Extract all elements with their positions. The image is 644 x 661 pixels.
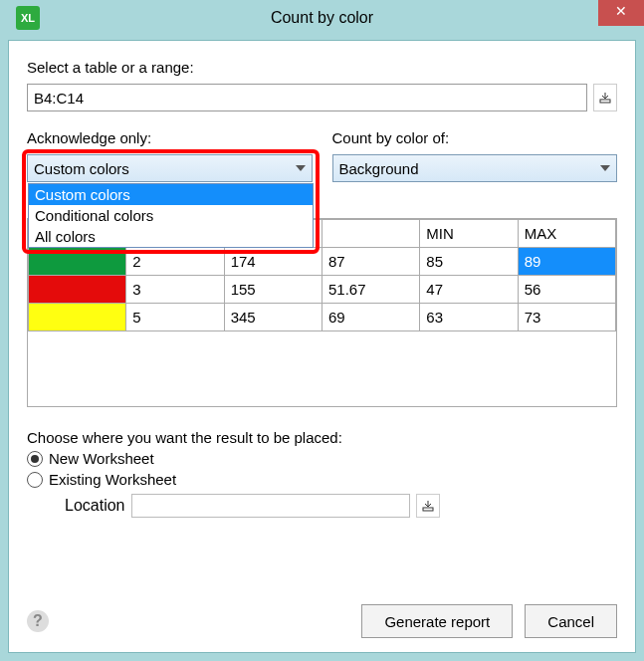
acknowledge-selected: Custom colors xyxy=(34,160,129,177)
collapse-icon xyxy=(599,92,611,104)
table-cell[interactable]: 51.67 xyxy=(322,276,419,304)
table-cell[interactable]: 63 xyxy=(420,304,518,331)
window-title: Count by color xyxy=(271,9,373,26)
radio-new-worksheet-label: New Worksheet xyxy=(49,450,154,467)
location-input[interactable] xyxy=(131,494,410,518)
range-input[interactable] xyxy=(27,84,587,111)
chevron-down-icon xyxy=(296,165,306,171)
acknowledge-dropdown-list[interactable]: Custom colorsConditional colorsAll color… xyxy=(28,183,314,248)
table-cell[interactable]: 5 xyxy=(126,304,224,331)
colorof-dropdown[interactable]: Background xyxy=(332,154,618,182)
acknowledge-label: Acknowledge only: xyxy=(27,129,313,146)
table-cell[interactable]: 174 xyxy=(224,248,322,276)
radio-existing-worksheet-label: Existing Worksheet xyxy=(49,471,176,488)
table-cell[interactable]: 85 xyxy=(420,248,518,276)
titlebar: XL Count by color ✕ xyxy=(0,0,644,36)
table-cell[interactable]: 56 xyxy=(518,276,615,304)
table-cell[interactable]: 89 xyxy=(518,248,615,276)
dialog-window: XL Count by color ✕ Select a table or a … xyxy=(0,0,644,661)
table-cell[interactable]: 155 xyxy=(224,276,322,304)
svg-rect-0 xyxy=(600,100,610,103)
acknowledge-option[interactable]: Conditional colors xyxy=(29,205,313,226)
table-cell[interactable]: 87 xyxy=(322,248,419,276)
xl-logo-icon: XL xyxy=(16,6,40,30)
dialog-content: Select a table or a range: Acknowledge o… xyxy=(8,40,636,653)
color-swatch-cell xyxy=(29,248,126,276)
placement-label: Choose where you want the result to be p… xyxy=(27,429,617,446)
table-header: MIN xyxy=(420,220,518,248)
collapse-icon xyxy=(422,500,434,512)
range-label: Select a table or a range: xyxy=(27,59,617,76)
table-header: MAX xyxy=(518,220,615,248)
table-row: 5345696373 xyxy=(29,304,616,331)
table-cell[interactable]: 3 xyxy=(126,276,224,304)
radio-new-worksheet[interactable] xyxy=(27,451,43,467)
table-cell[interactable]: 345 xyxy=(224,304,322,331)
acknowledge-dropdown[interactable]: Custom colors xyxy=(27,154,313,182)
radio-existing-worksheet[interactable] xyxy=(27,472,43,488)
svg-rect-1 xyxy=(423,508,433,511)
cancel-button[interactable]: Cancel xyxy=(525,604,617,638)
acknowledge-option[interactable]: Custom colors xyxy=(29,184,313,205)
table-cell[interactable]: 73 xyxy=(518,304,615,331)
color-swatch-cell xyxy=(29,276,126,304)
table-cell[interactable]: 69 xyxy=(322,304,419,331)
location-picker-button[interactable] xyxy=(416,494,440,518)
table-cell[interactable]: 2 xyxy=(126,248,224,276)
table-cell[interactable]: 47 xyxy=(420,276,518,304)
acknowledge-option[interactable]: All colors xyxy=(29,226,313,247)
close-button[interactable]: ✕ xyxy=(598,0,644,26)
table-row: 315551.674756 xyxy=(29,276,616,304)
color-swatch-cell xyxy=(29,304,126,331)
table-header xyxy=(322,220,419,248)
chevron-down-icon xyxy=(600,165,610,171)
location-label: Location xyxy=(65,497,125,515)
generate-report-button[interactable]: Generate report xyxy=(361,604,513,638)
colorof-label: Count by color of: xyxy=(332,129,618,146)
colorof-selected: Background xyxy=(339,160,419,177)
table-row: 2174878589 xyxy=(29,248,616,276)
help-button[interactable]: ? xyxy=(27,610,49,632)
range-picker-button[interactable] xyxy=(593,84,617,111)
